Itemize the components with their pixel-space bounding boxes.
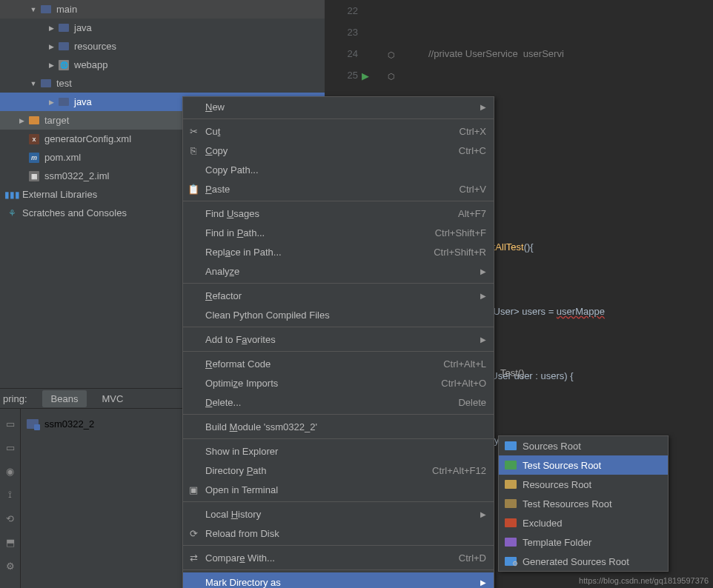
folder-icon: ⚙	[505, 557, 517, 566]
menu-reload-disk[interactable]: ⟳ Reload from Disk	[183, 524, 494, 543]
menu-new[interactable]: New▶	[183, 97, 494, 116]
collapse-arrow-icon: ▶	[47, 98, 55, 106]
collapse-arrow-icon: ▶	[18, 117, 25, 124]
xml-file-icon: x	[28, 133, 40, 145]
folder-icon	[58, 41, 70, 53]
menu-separator	[183, 414, 494, 415]
web-folder-icon: 🌐	[58, 59, 70, 71]
menu-add-favorites[interactable]: Add to Favorites▶	[183, 330, 494, 349]
context-menu: New▶ ✂ CutCtrl+X ⎘ CopyCtrl+C Copy Path.…	[182, 96, 494, 588]
tree-item-webapp[interactable]: ▶ 🌐 webapp	[0, 56, 325, 74]
terminal-icon: ▣	[188, 484, 199, 495]
tool-button[interactable]: ⚙	[2, 558, 19, 574]
tree-label: main	[56, 4, 77, 15]
watermark: https://blog.csdn.net/gq1819597376	[579, 576, 709, 585]
spring-label: pring:	[3, 393, 27, 404]
breadcrumb[interactable]: Test()	[493, 363, 532, 383]
menu-build-module[interactable]: Build Module 'ssm0322_2'	[183, 417, 494, 436]
folder-icon	[505, 518, 517, 527]
submenu-resources-root[interactable]: Resources Root	[499, 475, 668, 494]
run-gutter-icon[interactable]: ▶	[362, 65, 369, 87]
tree-item-resources[interactable]: ▶ resources	[0, 37, 325, 56]
tool-button[interactable]: ⟟	[2, 487, 19, 503]
tool-button[interactable]: ⟲	[2, 510, 19, 527]
tool-button[interactable]: ◉	[2, 463, 19, 479]
menu-open-terminal[interactable]: ▣ Open in Terminal	[183, 480, 494, 499]
menu-show-explorer[interactable]: Show in Explorer	[183, 441, 494, 461]
reload-icon: ⟳	[188, 527, 199, 539]
menu-refactor[interactable]: Refactor▶	[183, 286, 494, 305]
tree-label: External Libraries	[22, 189, 97, 200]
menu-cut[interactable]: ✂ CutCtrl+X	[183, 121, 494, 141]
tool-button[interactable]: ⬒	[2, 534, 19, 550]
fold-marker-icon[interactable]: ⬡	[388, 66, 395, 87]
menu-analyze[interactable]: Analyze▶	[183, 261, 494, 281]
folder-icon	[58, 96, 70, 108]
menu-clean-python[interactable]: Clean Python Compiled Files	[183, 305, 494, 324]
library-icon: ▮▮▮	[6, 189, 18, 201]
tool-strip: ▭ ▭ ◉ ⟟ ⟲ ⬒ ⚙	[0, 409, 21, 588]
copy-icon: ⎘	[188, 144, 199, 156]
module-icon	[27, 419, 39, 429]
tree-label: Scratches and Consoles	[22, 207, 127, 218]
collapse-arrow-icon: ▶	[47, 24, 55, 32]
tree-item-main[interactable]: ▼ main	[0, 0, 325, 19]
submenu-excluded[interactable]: Excluded	[499, 513, 668, 532]
line-number: 25	[325, 64, 358, 86]
menu-separator	[183, 327, 494, 327]
menu-find-usages[interactable]: Find UsagesAlt+F7	[183, 204, 494, 223]
paste-icon: 📋	[188, 183, 199, 195]
folder-icon	[40, 4, 52, 16]
menu-separator	[183, 569, 494, 570]
menu-compare-with[interactable]: ⇄ Compare With...Ctrl+D	[183, 548, 494, 567]
cut-icon: ✂	[188, 125, 199, 137]
menu-separator	[183, 118, 494, 119]
folder-icon	[58, 22, 70, 34]
maven-file-icon: m	[28, 152, 40, 164]
menu-separator	[183, 438, 494, 439]
menu-find-in-path[interactable]: Find in Path...Ctrl+Shift+F	[183, 223, 494, 242]
menu-copy-path[interactable]: Copy Path...	[183, 160, 494, 179]
tool-button[interactable]: ▭	[2, 415, 19, 432]
menu-directory-path[interactable]: Directory PathCtrl+Alt+F12	[183, 461, 494, 480]
folder-icon	[505, 538, 517, 547]
submenu-generated-sources-root[interactable]: ⚙ Generated Sources Root	[499, 552, 668, 571]
menu-optimize-imports[interactable]: Optimize ImportsCtrl+Alt+O	[183, 373, 494, 392]
compare-icon: ⇄	[188, 552, 199, 564]
expand-arrow-icon: ▼	[30, 80, 37, 87]
tree-label: test	[56, 78, 72, 89]
menu-separator	[183, 201, 494, 201]
line-number: 23	[325, 21, 358, 43]
tree-item-java[interactable]: ▶ java	[0, 19, 325, 37]
folder-icon	[505, 461, 517, 470]
submenu-template-folder[interactable]: Template Folder	[499, 532, 668, 552]
line-number: 24	[325, 43, 358, 64]
collapse-arrow-icon: ▶	[47, 61, 55, 69]
submenu-test-resources-root[interactable]: Test Resources Root	[499, 494, 668, 513]
menu-local-history[interactable]: Local History▶	[183, 504, 494, 524]
tree-label: target	[44, 115, 69, 126]
menu-mark-directory-as[interactable]: Mark Directory as▶	[183, 572, 494, 588]
tree-label: pom.xml	[44, 152, 81, 163]
submenu-test-sources-root[interactable]: Test Sources Root	[499, 455, 668, 475]
menu-delete[interactable]: Delete...Delete	[183, 392, 494, 412]
menu-copy[interactable]: ⎘ CopyCtrl+C	[183, 141, 494, 160]
mark-directory-submenu: Sources Root Test Sources Root Resources…	[498, 435, 669, 572]
tab-beans[interactable]: Beans	[42, 390, 87, 407]
submenu-arrow-icon: ▶	[479, 103, 486, 111]
line-number: 22	[325, 0, 358, 21]
tab-mvc[interactable]: MVC	[93, 390, 132, 407]
submenu-sources-root[interactable]: Sources Root	[499, 436, 668, 455]
menu-replace-in-path[interactable]: Replace in Path...Ctrl+Shift+R	[183, 242, 494, 261]
menu-paste[interactable]: 📋 PasteCtrl+V	[183, 179, 494, 198]
tool-button[interactable]: ▭	[2, 439, 19, 455]
folder-icon	[505, 480, 517, 489]
tree-label: java	[74, 22, 92, 33]
submenu-arrow-icon: ▶	[479, 292, 486, 300]
fold-marker-icon[interactable]: ⬡	[388, 44, 395, 66]
submenu-arrow-icon: ▶	[479, 267, 486, 275]
tree-item-test[interactable]: ▼ test	[0, 74, 325, 93]
menu-reformat[interactable]: Reformat CodeCtrl+Alt+L	[183, 354, 494, 373]
submenu-arrow-icon: ▶	[479, 335, 486, 344]
project-name: ssm0322_2	[44, 418, 94, 430]
